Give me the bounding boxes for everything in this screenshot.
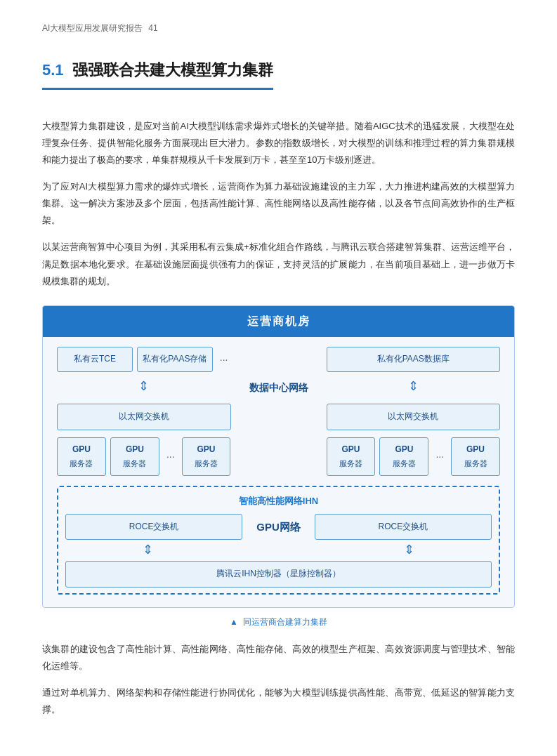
paragraph-5: 通过对单机算力、网络架构和存储性能进行协同优化，能够为大模型训练提供高性能、高带… (42, 684, 515, 718)
arrow-row-1: ⇕ 数据中心网络 ⇕ (57, 379, 500, 397)
arrow-down-left-1: ⇕ (138, 380, 149, 392)
gpu-ellipsis-left: ··· (164, 448, 178, 465)
right-gpu-2: GPU 服务器 (379, 437, 428, 476)
arrow-roce-left: ⇕ (143, 543, 153, 556)
diagram-caption: ▲ 同运营商合建算力集群 (42, 615, 515, 630)
left-roce: ROCE交换机 (65, 514, 242, 541)
gpu-ellipsis-right: ··· (433, 448, 447, 465)
section-number: 5.1 (42, 61, 64, 79)
left-gpu-1: GPU 服务器 (57, 437, 106, 476)
paragraph-1: 大模型算力集群建设，是应对当前AI大模型训练需求爆炸式增长的关键举措。随着AIG… (42, 118, 515, 168)
left-gpu-area: GPU 服务器 GPU 服务器 ··· GPU 服务器 (57, 437, 231, 476)
right-roce-arrow: ⇕ (327, 543, 492, 557)
roce-gpu-row: ROCE交换机 GPU网络 ROCE交换机 (65, 514, 492, 541)
left-arrow-1: ⇕ (57, 379, 231, 397)
gpu-servers-row: GPU 服务器 GPU 服务器 ··· GPU 服务器 (57, 437, 500, 476)
right-ethernet-switch: 以太网交换机 (327, 404, 501, 430)
right-gpu-1: GPU 服务器 (327, 437, 376, 476)
right-roce: ROCE交换机 (315, 514, 492, 541)
architecture-diagram: 运营商机房 私有云TCE 私有化PAAS存储 ··· 私有化PAAS数据库 ⇕ … (42, 305, 515, 608)
ellipsis-1: ··· (217, 351, 231, 369)
roce-center-spacer (237, 543, 321, 557)
datacenter-network-label: 数据中心网络 (249, 379, 308, 397)
private-paas-storage: 私有化PAAS存储 (137, 347, 213, 372)
paragraph-2: 为了应对AI大模型算力需求的爆炸式增长，运营商作为算力基础设施建设的主力军，大力… (42, 178, 515, 229)
ihn-label: 智能高性能网络IHN (65, 493, 492, 509)
left-switch: 以太网交换机 (57, 404, 231, 430)
roce-arrow-row: ⇕ ⇕ (65, 543, 492, 557)
right-gpu-3: GPU 服务器 (451, 437, 500, 476)
breadcrumb-text: AI大模型应用发展研究报告 (42, 21, 143, 37)
arrow-roce-right: ⇕ (404, 543, 414, 556)
arrow-down-right-1: ⇕ (408, 380, 419, 392)
center-switch-spacer (237, 404, 321, 430)
paragraph-3: 以某运营商智算中心项目为例，其采用私有云集成+标准化组合作路线，与腾讯云联合搭建… (42, 239, 515, 289)
section-title-text: 强强联合共建大模型算力集群 (72, 61, 273, 79)
right-arrow-1: ⇕ (327, 379, 501, 397)
private-paas-db: 私有化PAAS数据库 (327, 347, 501, 372)
switch-row: 以太网交换机 以太网交换机 (57, 404, 500, 430)
diagram-header: 运营商机房 (43, 306, 514, 338)
left-roce-arrow: ⇕ (65, 543, 231, 557)
left-ethernet-switch: 以太网交换机 (57, 404, 231, 430)
center-gpu-spacer (237, 437, 321, 476)
left-gpu-2: GPU 服务器 (110, 437, 159, 476)
ihn-controller: 腾讯云IHN控制器（星脉控制器） (65, 561, 492, 588)
center-spacer (237, 347, 321, 372)
left-gpu-3: GPU 服务器 (182, 437, 231, 476)
paragraph-4: 该集群的建设包含了高性能计算、高性能网络、高性能存储、高效的模型生产框架、高效资… (42, 641, 515, 675)
gpu-network-label: GPU网络 (249, 517, 308, 536)
right-gpu-area: GPU 服务器 GPU 服务器 ··· GPU 服务器 (327, 437, 501, 476)
page-number: 41 (148, 21, 157, 37)
caption-triangle: ▲ (230, 617, 238, 627)
caption-text: 同运营商合建算力集群 (243, 617, 327, 627)
left-top-area: 私有云TCE 私有化PAAS存储 ··· (57, 347, 231, 372)
page-header: AI大模型应用发展研究报告 41 (42, 21, 515, 37)
right-top-area: 私有化PAAS数据库 (327, 347, 501, 372)
section-title-block: 5.1 强强联合共建大模型算力集群 (42, 56, 515, 105)
top-row: 私有云TCE 私有化PAAS存储 ··· 私有化PAAS数据库 (57, 347, 500, 372)
right-switch: 以太网交换机 (327, 404, 501, 430)
ihn-section: 智能高性能网络IHN ROCE交换机 GPU网络 ROCE交换机 ⇕ ⇕ 腾讯云… (57, 486, 500, 595)
section-title: 5.1 强强联合共建大模型算力集群 (42, 56, 273, 91)
center-dc-label: 数据中心网络 (237, 379, 321, 397)
private-cloud-tce: 私有云TCE (57, 347, 133, 372)
